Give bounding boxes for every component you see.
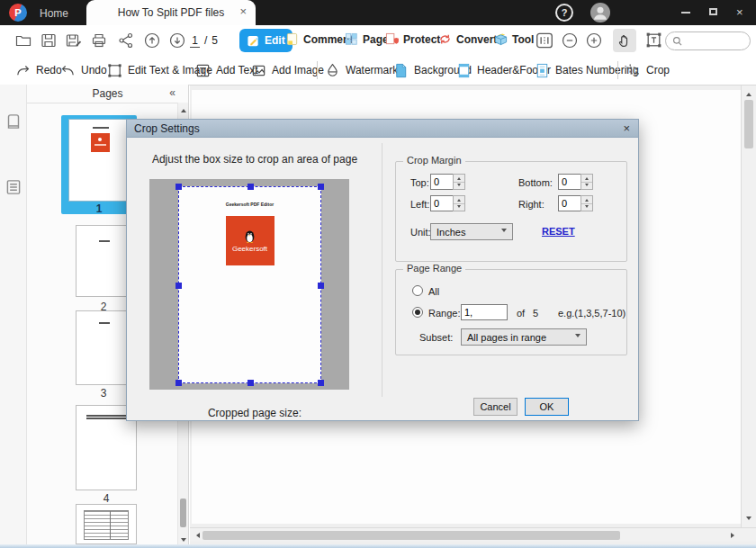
redo-button[interactable]: Redo (14, 56, 62, 85)
watermark-button[interactable]: Watermark (324, 56, 398, 85)
maximize-button[interactable] (709, 8, 717, 15)
crop-handle-nw[interactable] (176, 184, 182, 190)
scroll-left-icon[interactable] (191, 530, 202, 541)
protect-mode-label: Protect (403, 33, 440, 46)
crop-button[interactable]: Crop (625, 56, 670, 85)
unit-label: Unit: (410, 227, 431, 238)
window-close-button[interactable]: × (736, 5, 743, 19)
convert-mode-button[interactable]: Convert (438, 32, 497, 46)
pages-panel-header: Pages « (27, 85, 188, 103)
top-margin-label: Top: (410, 177, 429, 188)
range-example: e.g.(1,3,5,7-10) (558, 308, 626, 319)
crop-instruction: Adjust the box size to crop an area of p… (140, 153, 370, 166)
save-button[interactable] (40, 31, 58, 49)
open-file-button[interactable] (14, 31, 32, 49)
ok-button[interactable]: OK (525, 398, 569, 416)
crop-handle-s[interactable] (248, 380, 254, 386)
dialog-close-icon[interactable]: × (623, 121, 630, 135)
vertical-scrollbar-thumb[interactable] (744, 100, 753, 148)
crop-handle-se[interactable] (318, 380, 324, 386)
add-text-button[interactable]: Add Text (194, 56, 257, 85)
scroll-up-icon[interactable] (743, 87, 754, 98)
protect-mode-button[interactable]: Protect (385, 32, 440, 46)
protect-icon (385, 32, 399, 46)
thumbnails-panel-button[interactable] (4, 112, 23, 131)
share-button[interactable] (117, 31, 135, 49)
left-margin-input[interactable] (430, 195, 454, 211)
crop-handle-sw[interactable] (176, 380, 182, 386)
page-3-label: 3 (76, 387, 131, 400)
watermark-label: Watermark (346, 64, 398, 76)
all-pages-radio[interactable] (412, 285, 423, 296)
crop-handle-n[interactable] (248, 184, 254, 190)
add-image-button[interactable]: Add Image (250, 56, 324, 85)
scroll-down-icon[interactable] (743, 514, 754, 525)
crop-handle-e[interactable] (318, 283, 324, 289)
vertical-scrollbar[interactable] (741, 85, 756, 527)
comment-mode-button[interactable]: Comment (285, 32, 353, 46)
top-margin-stepper[interactable] (453, 174, 465, 190)
current-page-input[interactable]: 1 (190, 34, 200, 48)
save-as-icon (65, 31, 83, 49)
hand-tool-button[interactable] (613, 29, 636, 52)
range-input[interactable] (461, 304, 508, 320)
crop-handle-ne[interactable] (318, 184, 324, 190)
bates-numbering-button[interactable]: Bates Numbering (534, 56, 639, 85)
comment-icon (285, 32, 299, 46)
select-text-tool-button[interactable] (644, 31, 663, 49)
dialog-title: Crop Settings (134, 122, 200, 135)
all-pages-label: All (428, 286, 439, 297)
total-pages: 5 (212, 34, 218, 47)
search-input[interactable] (687, 35, 744, 48)
outline-panel-button[interactable] (4, 177, 23, 197)
previous-page-button[interactable] (143, 31, 161, 49)
bottom-margin-stepper[interactable] (580, 174, 593, 190)
edit-mode-button[interactable]: Edit (239, 29, 292, 52)
tool-mode-button[interactable]: Tool (494, 32, 534, 46)
toolbar-separator (317, 61, 318, 79)
edit-toolbar: Redo Undo Edit Text & Image Add Text (0, 56, 756, 85)
toolbar-separator (617, 61, 618, 79)
search-box[interactable] (665, 31, 751, 50)
unit-dropdown[interactable]: Inches (430, 223, 513, 240)
main-toolbar: 1 / 5 Edit Comment Page (0, 25, 756, 57)
reset-link[interactable]: RESET (542, 226, 575, 237)
bottom-margin-input[interactable] (558, 174, 581, 190)
pages-scrollbar-thumb[interactable] (180, 499, 186, 527)
subset-dropdown[interactable]: All pages in range (461, 328, 587, 346)
save-as-button[interactable] (65, 31, 83, 49)
horizontal-scrollbar[interactable] (190, 527, 756, 542)
page-thumbnail-5[interactable] (76, 504, 137, 544)
horizontal-scrollbar-thumb[interactable] (202, 531, 620, 540)
collapse-panel-button[interactable]: « (169, 86, 176, 99)
undo-icon (59, 62, 76, 79)
pdf-editor-window: P Home How To Split PDF files × ? × (0, 0, 756, 548)
document-tab[interactable]: How To Split PDF files × (86, 0, 256, 25)
right-margin-stepper[interactable] (580, 195, 593, 211)
page-thumbnail-2[interactable] (76, 225, 131, 297)
watermark-icon (324, 62, 341, 79)
crop-icon (625, 62, 642, 79)
help-button[interactable]: ? (555, 4, 573, 22)
cancel-button[interactable]: Cancel (473, 398, 518, 416)
zoom-out-button[interactable] (561, 31, 579, 49)
undo-button[interactable]: Undo (59, 56, 107, 85)
scroll-right-icon[interactable] (728, 530, 739, 541)
crop-selection-box[interactable] (178, 186, 321, 383)
page-thumbnail-3[interactable] (76, 310, 131, 385)
page-mode-button[interactable]: Page (345, 32, 389, 46)
range-radio[interactable] (412, 307, 423, 318)
tab-close-icon[interactable]: × (239, 5, 247, 18)
minimize-button[interactable] (681, 12, 690, 13)
zoom-in-button[interactable] (585, 31, 603, 49)
right-margin-input[interactable] (558, 195, 581, 211)
print-button[interactable] (90, 31, 108, 49)
home-tab[interactable]: Home (40, 7, 68, 20)
left-margin-stepper[interactable] (453, 195, 465, 211)
fit-width-button[interactable] (535, 31, 554, 50)
next-page-button[interactable] (168, 31, 186, 49)
account-avatar[interactable] (590, 3, 610, 22)
crop-handle-w[interactable] (176, 283, 182, 289)
top-margin-input[interactable] (430, 174, 454, 190)
scroll-up-icon[interactable] (178, 103, 189, 114)
